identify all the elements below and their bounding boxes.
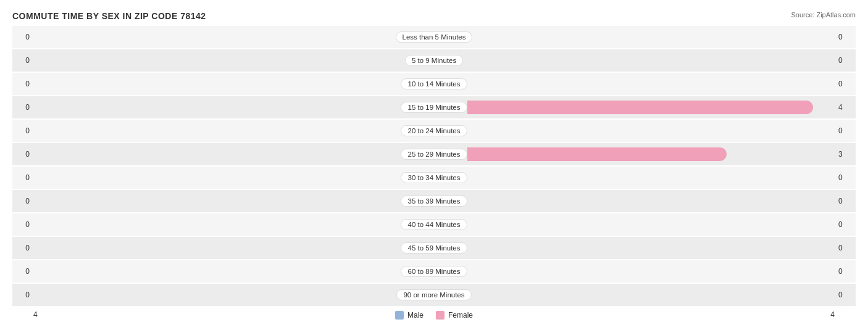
female-value: 0 (835, 291, 853, 299)
female-value: 0 (835, 220, 853, 229)
male-value: 0 (15, 173, 33, 182)
row-label: 10 to 14 Minutes (401, 78, 467, 89)
female-value: 0 (835, 267, 853, 276)
male-bar-wrap (33, 287, 396, 303)
female-value: 0 (835, 197, 853, 205)
male-bar-wrap (33, 240, 401, 256)
row-label: Less than 5 Minutes (396, 31, 473, 43)
male-legend-label: Male (407, 311, 424, 320)
female-value: 0 (835, 80, 853, 88)
legend-male: Male (395, 311, 424, 320)
legend-female: Female (436, 311, 473, 320)
male-value: 0 (15, 220, 33, 229)
row-content: 0 25 to 29 Minutes 3 (12, 143, 856, 165)
female-bar-wrap (467, 99, 835, 115)
female-bar-wrap (467, 263, 835, 279)
female-bar-wrap (467, 217, 835, 233)
legend: Male Female (395, 311, 473, 320)
male-value: 0 (15, 291, 33, 299)
female-bar-wrap (467, 146, 835, 162)
male-value: 0 (15, 33, 33, 41)
table-row: 0 15 to 19 Minutes 4 (12, 96, 856, 118)
table-row: 0 45 to 59 Minutes 0 (12, 237, 856, 259)
table-row: 0 90 or more Minutes 0 (12, 284, 856, 306)
female-legend-box (436, 311, 444, 320)
row-label: 45 to 59 Minutes (401, 242, 467, 254)
male-bar-wrap (33, 170, 401, 186)
bottom-axis: 4 Male Female 4 (12, 310, 856, 320)
female-bar (467, 147, 727, 161)
row-label: 5 to 9 Minutes (405, 55, 463, 66)
row-label: 35 to 39 Minutes (401, 196, 467, 207)
female-legend-label: Female (448, 311, 473, 320)
female-value: 3 (835, 150, 853, 159)
chart-container: COMMUTE TIME BY SEX IN ZIP CODE 78142 So… (0, 0, 868, 322)
male-bar-wrap (33, 52, 405, 68)
row-content: 0 15 to 19 Minutes 4 (12, 96, 856, 118)
chart-title: COMMUTE TIME BY SEX IN ZIP CODE 78142 (12, 11, 856, 21)
row-content: 0 35 to 39 Minutes 0 (12, 190, 856, 212)
source-label: Source: ZipAtlas.com (791, 11, 856, 19)
axis-right: 4 (830, 310, 835, 319)
row-content: 0 20 to 24 Minutes 0 (12, 120, 856, 142)
axis-left: 4 (33, 310, 38, 319)
row-content: 0 40 to 44 Minutes 0 (12, 213, 856, 236)
male-value: 0 (15, 150, 33, 159)
male-bar-wrap (33, 29, 396, 45)
row-content: 0 5 to 9 Minutes 0 (12, 49, 856, 72)
table-row: 0 30 to 34 Minutes 0 (12, 167, 856, 189)
row-label: 90 or more Minutes (396, 289, 471, 300)
row-label: 30 to 34 Minutes (401, 172, 467, 183)
female-bar-wrap (467, 76, 835, 92)
male-bar-wrap (33, 193, 401, 209)
table-row: 0 Less than 5 Minutes 0 (12, 26, 856, 48)
female-bar-wrap (472, 287, 835, 303)
male-value: 0 (15, 197, 33, 205)
male-value: 0 (15, 244, 33, 252)
female-value: 4 (835, 103, 853, 112)
row-label: 15 to 19 Minutes (401, 102, 467, 113)
female-bar-wrap (467, 193, 835, 209)
male-bar-wrap (33, 217, 401, 233)
female-value: 0 (835, 56, 853, 65)
bars-area: 0 Less than 5 Minutes 0 0 5 to 9 Minutes (12, 26, 856, 306)
row-content: 0 Less than 5 Minutes 0 (12, 26, 856, 48)
female-bar-wrap (467, 123, 835, 139)
male-bar-wrap (33, 99, 401, 115)
female-bar-wrap (467, 240, 835, 256)
female-bar (467, 101, 813, 114)
female-bar-wrap (472, 29, 835, 45)
male-value: 0 (15, 103, 33, 112)
row-label: 20 to 24 Minutes (401, 125, 467, 136)
male-value: 0 (15, 80, 33, 88)
female-value: 0 (835, 244, 853, 252)
row-content: 0 45 to 59 Minutes 0 (12, 237, 856, 259)
table-row: 0 10 to 14 Minutes 0 (12, 73, 856, 95)
row-label: 40 to 44 Minutes (401, 219, 467, 230)
row-label: 60 to 89 Minutes (401, 266, 467, 277)
male-bar-wrap (33, 123, 401, 139)
table-row: 0 20 to 24 Minutes 0 (12, 120, 856, 142)
female-value: 0 (835, 173, 853, 182)
table-row: 0 60 to 89 Minutes 0 (12, 260, 856, 283)
male-value: 0 (15, 126, 33, 135)
female-value: 0 (835, 33, 853, 41)
table-row: 0 35 to 39 Minutes 0 (12, 190, 856, 212)
table-row: 0 40 to 44 Minutes 0 (12, 213, 856, 236)
female-bar-wrap (467, 170, 835, 186)
male-bar-wrap (33, 146, 401, 162)
table-row: 0 5 to 9 Minutes 0 (12, 49, 856, 72)
row-content: 0 30 to 34 Minutes 0 (12, 167, 856, 189)
female-value: 0 (835, 126, 853, 135)
male-bar-wrap (33, 263, 401, 279)
row-content: 0 60 to 89 Minutes 0 (12, 260, 856, 283)
male-bar-wrap (33, 76, 401, 92)
male-legend-box (395, 311, 404, 320)
table-row: 0 25 to 29 Minutes 3 (12, 143, 856, 165)
row-label: 25 to 29 Minutes (401, 149, 467, 160)
male-value: 0 (15, 56, 33, 65)
row-content: 0 90 or more Minutes 0 (12, 284, 856, 306)
row-content: 0 10 to 14 Minutes 0 (12, 73, 856, 95)
male-value: 0 (15, 267, 33, 276)
female-bar-wrap (463, 52, 835, 68)
